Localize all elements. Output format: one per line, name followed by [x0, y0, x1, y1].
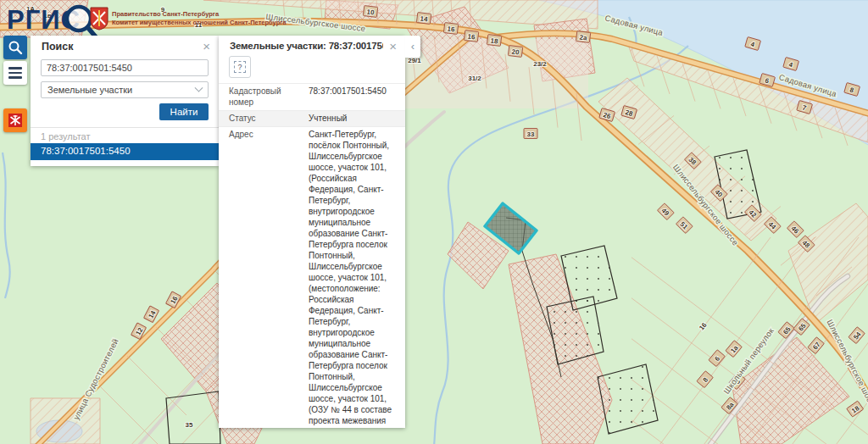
search-tool-button[interactable]: [3, 36, 27, 59]
parcel-number: 2а: [576, 31, 590, 43]
parcel-number: 23/2: [533, 60, 547, 68]
svg-text:23/2: 23/2: [533, 60, 547, 68]
search-icon: [6, 38, 25, 57]
svg-text:18: 18: [490, 36, 498, 45]
svg-text:16: 16: [467, 32, 476, 41]
details-panel-header: Земельные участки: 78:37:0017501:5450 ×: [219, 36, 405, 54]
spb-coat-of-arms-icon: [90, 7, 108, 31]
parcel-number: 18: [487, 35, 501, 47]
emblem-tool-button[interactable]: [3, 108, 27, 132]
search-panel-header: Поиск ×: [31, 36, 219, 56]
details-table: Кадастровый номер78:37:0017501:5450Стату…: [219, 83, 405, 428]
parcel-number: 16: [464, 31, 478, 42]
gov-header-line2: Комитет имущественных отношений Санкт-Пе…: [112, 19, 287, 27]
panel-collapse-button[interactable]: ‹: [405, 36, 420, 58]
svg-text:31/2: 31/2: [468, 75, 481, 82]
details-panel-title: Земельные участки: 78:37:0017501:5450: [230, 41, 383, 51]
parcel-number: 29/1: [408, 57, 421, 64]
search-panel: Поиск × Земельные участки Найти 1 резуль…: [31, 36, 219, 166]
svg-text:33: 33: [527, 130, 535, 138]
svg-text:14: 14: [420, 14, 428, 23]
parcel-number: 31/2: [468, 75, 481, 82]
details-row: АдресСанкт-Петербург, посёлок Понтонный,…: [219, 126, 405, 428]
parcel-details-panel: Земельные участки: 78:37:0017501:5450 × …: [219, 36, 405, 428]
results-count: 1 результат: [31, 128, 219, 143]
spb-emblem-icon: [8, 113, 23, 128]
parcel-number: 35: [186, 421, 193, 429]
svg-text:10: 10: [366, 8, 375, 16]
chevron-down-icon: [195, 83, 203, 92]
close-icon[interactable]: ×: [203, 40, 210, 53]
parcel-number: 20: [508, 46, 522, 58]
parcel-number: 16: [443, 23, 458, 35]
government-header: Правительство Санкт-Петербурга Комитет и…: [90, 7, 287, 31]
find-button[interactable]: Найти: [159, 103, 209, 120]
object-type-select[interactable]: Земельные участки: [41, 81, 209, 98]
gov-header-line1: Правительство Санкт-Петербурга: [112, 10, 287, 19]
layers-tool-button[interactable]: [3, 61, 27, 85]
search-panel-title: Поиск: [42, 41, 197, 53]
details-row: Кадастровый номер78:37:0017501:5450: [219, 83, 405, 110]
close-icon[interactable]: ×: [389, 40, 397, 53]
svg-text:35: 35: [186, 421, 193, 429]
parcel-number: 14: [416, 13, 431, 25]
svg-text:20: 20: [511, 47, 520, 56]
identify-help-button[interactable]: ?: [229, 56, 251, 78]
svg-text:16: 16: [447, 25, 455, 33]
search-results: 1 результат 78:37:0017501:5450: [31, 127, 219, 160]
search-result-item[interactable]: 78:37:0017501:5450: [31, 143, 219, 160]
search-input[interactable]: [41, 59, 209, 76]
help-icon: ?: [234, 61, 246, 73]
svg-text:2а: 2а: [579, 33, 587, 42]
layers-icon: [8, 67, 22, 69]
app-logo: РГИС: [7, 2, 81, 39]
parcel-number: 33: [524, 129, 537, 139]
svg-text:29/1: 29/1: [408, 57, 421, 64]
search-results-list: 78:37:0017501:5450: [31, 143, 219, 160]
details-row: СтатусУчтенный: [219, 110, 405, 126]
app-root: 1А1в911131014161618202а23/229/131/233262…: [0, 0, 868, 444]
object-type-value: Земельные участки: [47, 85, 132, 95]
parcel-number: 10: [363, 6, 377, 18]
